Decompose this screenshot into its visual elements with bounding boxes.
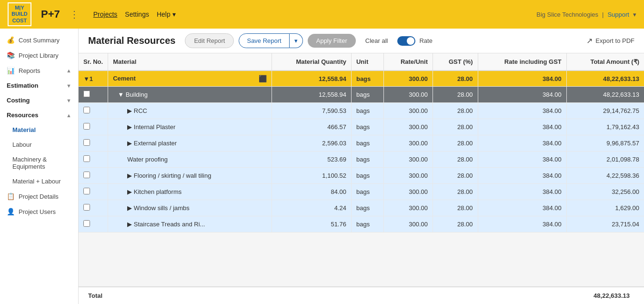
cost-summary-icon: 💰 — [7, 36, 15, 44]
nav-help[interactable]: Help ▾ — [157, 10, 176, 18]
row-checkbox[interactable] — [83, 155, 90, 162]
row-gst: 28.00 — [433, 103, 478, 119]
row-material: ▶ Staircase Treads and Ri... — [108, 216, 272, 233]
table-row: ▶ RCC 7,590.53 bags 300.00 28.00 384.00 … — [79, 103, 644, 119]
row-checkbox[interactable] — [83, 107, 90, 113]
row-unit: bags — [351, 71, 383, 87]
row-unit: bags — [351, 87, 383, 103]
rate-label: Rate — [419, 37, 432, 44]
sidebar-item-labour[interactable]: Labour — [0, 137, 78, 152]
row-gst: 28.00 — [433, 87, 478, 103]
col-gst: GST (%) — [433, 53, 478, 71]
row-gst: 28.00 — [433, 119, 478, 135]
sidebar-item-estimation[interactable]: Estimation ▼ — [0, 78, 78, 93]
save-report-dropdown[interactable]: ▾ — [290, 33, 303, 48]
row-rate: 300.00 — [383, 184, 433, 200]
row-checkbox-cell — [79, 87, 108, 103]
export-to-pdf-button[interactable]: ↗ Export to PDF — [586, 36, 634, 45]
nav-projects[interactable]: Projects — [93, 10, 118, 18]
sidebar-item-costing[interactable]: Costing ▼ — [0, 93, 78, 108]
row-checkbox[interactable] — [83, 172, 90, 178]
sidebar-item-project-users[interactable]: 👤 Project Users — [0, 204, 78, 219]
row-checkbox-cell — [79, 168, 108, 184]
row-total: 2,01,098.78 — [566, 152, 644, 168]
project-menu-dots[interactable]: ⋮ — [70, 9, 79, 20]
costing-arrow: ▼ — [66, 98, 71, 103]
row-checkbox[interactable] — [83, 188, 90, 194]
resources-arrow: ▲ — [66, 112, 71, 118]
row-material: Cement ⬛ — [108, 71, 272, 87]
row-rate: 300.00 — [383, 87, 433, 103]
sidebar-item-material-labour[interactable]: Material + Labour — [0, 174, 78, 189]
row-material: Water proofing — [108, 152, 272, 168]
save-report-group: Save Report ▾ — [239, 33, 302, 48]
save-report-button[interactable]: Save Report — [239, 33, 289, 48]
row-qty: 523.69 — [272, 152, 351, 168]
reports-arrow: ▲ — [66, 68, 71, 73]
row-unit: bags — [351, 152, 383, 168]
clear-all-button[interactable]: Clear all — [361, 34, 393, 48]
sidebar-item-project-details[interactable]: 📋 Project Details — [0, 189, 78, 204]
row-checkbox[interactable] — [83, 220, 90, 227]
row-qty: 12,558.94 — [272, 71, 351, 87]
table-row: ▼1 Cement ⬛ 12,558.94 bags 300.00 28.00 … — [79, 71, 644, 87]
row-material: ▶ Window sills / jambs — [108, 200, 272, 216]
material-resources-table: Sr. No. Material Material Quantity Unit … — [79, 53, 644, 233]
row-material: ▶ Internal Plaster — [108, 119, 272, 135]
sidebar-item-material[interactable]: Material — [0, 122, 78, 137]
app-logo: M|Y BUILD COST — [8, 2, 31, 26]
rate-toggle-switch[interactable] — [397, 36, 415, 46]
rate-toggle-group: Rate — [397, 36, 432, 46]
export-icon: ↗ — [586, 36, 593, 45]
row-checkbox[interactable] — [83, 204, 90, 211]
row-checkbox[interactable] — [83, 91, 90, 97]
support-dropdown-arrow[interactable]: ▾ — [633, 11, 636, 18]
table-row: ▶ Window sills / jambs 4.24 bags 300.00 … — [79, 200, 644, 216]
row-checkbox[interactable] — [83, 139, 90, 146]
row-rate-gst: 384.00 — [478, 119, 566, 135]
row-qty: 12,558.94 — [272, 87, 351, 103]
row-rate-gst: 384.00 — [478, 168, 566, 184]
sidebar-item-resources[interactable]: Resources ▲ — [0, 108, 78, 122]
row-total: 1,79,162.43 — [566, 119, 644, 135]
footer-total-amount: 48,22,633.13 — [594, 292, 634, 299]
toolbar: Material Resources Edit Report Save Repo… — [79, 29, 644, 53]
row-gst: 28.00 — [433, 184, 478, 200]
estimation-arrow: ▼ — [66, 83, 71, 89]
footer-total-label: Total — [88, 292, 102, 299]
sidebar: 💰 Cost Summary 📚 Project Library 📊 Repor… — [0, 29, 79, 304]
row-rate-gst: 384.00 — [478, 87, 566, 103]
row-gst: 28.00 — [433, 71, 478, 87]
row-total: 1,629.00 — [566, 200, 644, 216]
row-rate-gst: 384.00 — [478, 103, 566, 119]
table-row: ▶ Staircase Treads and Ri... 51.76 bags … — [79, 216, 644, 233]
content-area: Material Resources Edit Report Save Repo… — [79, 29, 644, 304]
support-button[interactable]: Support — [607, 11, 629, 18]
nav-right: Big Slice Technologies | Support ▾ — [536, 11, 636, 18]
row-total: 29,14,762.75 — [566, 103, 644, 119]
project-library-icon: 📚 — [7, 51, 15, 59]
row-rate: 300.00 — [383, 71, 433, 87]
apply-filter-button[interactable]: Apply Filter — [308, 34, 356, 48]
row-checkbox-cell — [79, 184, 108, 200]
row-qty: 2,596.03 — [272, 135, 351, 152]
nav-settings[interactable]: Settings — [125, 10, 149, 18]
row-rate: 300.00 — [383, 103, 433, 119]
sidebar-item-project-library[interactable]: 📚 Project Library — [0, 48, 78, 63]
col-sr-no: Sr. No. — [79, 53, 108, 71]
row-checkbox[interactable] — [83, 123, 90, 130]
edit-report-button[interactable]: Edit Report — [185, 33, 234, 48]
row-rate: 300.00 — [383, 152, 433, 168]
sidebar-item-cost-summary[interactable]: 💰 Cost Summary — [0, 32, 78, 48]
row-rate-gst: 384.00 — [478, 152, 566, 168]
row-total: 32,256.00 — [566, 184, 644, 200]
table-footer: Total 48,22,633.13 — [79, 286, 644, 304]
row-unit: bags — [351, 119, 383, 135]
table-area: Sr. No. Material Material Quantity Unit … — [79, 53, 644, 286]
sidebar-item-reports[interactable]: 📊 Reports ▲ — [0, 63, 78, 78]
row-unit: bags — [351, 168, 383, 184]
col-rate-unit: Rate/Unit — [383, 53, 433, 71]
sidebar-item-machinery[interactable]: Machinery & Equipments — [0, 152, 78, 174]
col-material: Material — [108, 53, 272, 71]
row-qty: 84.00 — [272, 184, 351, 200]
